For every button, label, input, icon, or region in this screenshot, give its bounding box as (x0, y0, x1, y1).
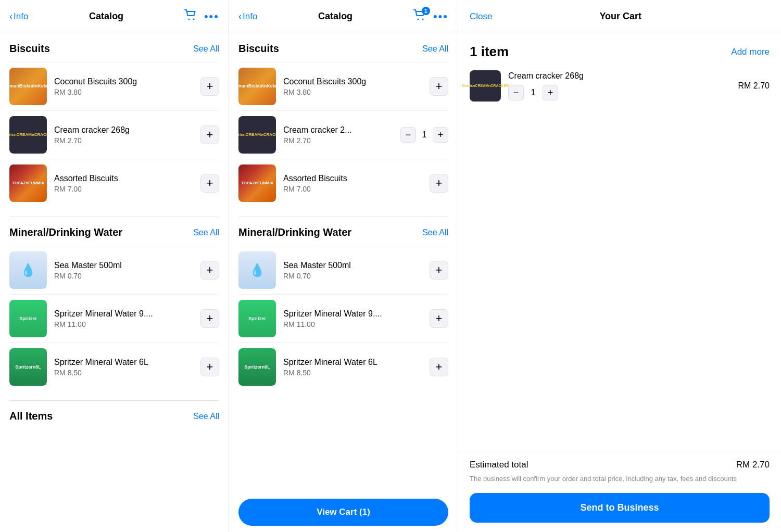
product-info: Sea Master 500ml RM 0.70 (283, 261, 422, 280)
product-price: RM 0.70 (54, 272, 193, 280)
add-button[interactable]: + (430, 358, 448, 376)
cart-increment-button[interactable]: + (543, 85, 558, 100)
cart-item-count: 1 item (470, 44, 509, 60)
product-price: RM 2.70 (54, 136, 193, 145)
left-biscuits-header: Biscuits See All (9, 43, 219, 55)
cart-nav: Close Your Cart (458, 0, 781, 33)
product-name: Spritzer Mineral Water 9.... (54, 309, 193, 319)
cart-item-stepper: − 1 + (508, 85, 731, 100)
view-cart-bar: View Cart (1) (229, 492, 458, 532)
add-button[interactable]: + (200, 174, 219, 193)
left-all-items-section: All Items See All (0, 401, 229, 422)
left-biscuits-see-all[interactable]: See All (193, 44, 219, 54)
close-button[interactable]: Close (470, 11, 492, 22)
product-name: Spritzer Mineral Water 6L (283, 358, 422, 367)
estimated-total-price: RM 2.70 (736, 460, 770, 470)
product-name: Sea Master 500ml (283, 261, 422, 270)
add-button[interactable]: + (200, 125, 219, 144)
cart-header-row: 1 item Add more (470, 44, 770, 60)
product-name: Assorted Biscuits (54, 174, 193, 183)
mid-water-title: Mineral/Drinking Water (238, 226, 351, 238)
add-more-button[interactable]: Add more (731, 47, 770, 57)
product-info: Assorted Biscuits RM 7.00 (54, 174, 193, 193)
product-image-spritzer9-left (9, 300, 47, 337)
estimated-note: The business will confirm your order and… (470, 474, 770, 484)
add-button[interactable]: + (200, 309, 219, 328)
left-all-items-see-all[interactable]: See All (193, 412, 219, 421)
mid-water-see-all[interactable]: See All (422, 228, 448, 237)
list-item: Spritzer Mineral Water 6L RM 8.50 + (9, 343, 219, 391)
product-name: Spritzer Mineral Water 6L (54, 358, 193, 367)
add-button[interactable]: + (430, 261, 448, 280)
view-cart-button[interactable]: View Cart (1) (238, 499, 448, 526)
decrement-button[interactable]: − (400, 127, 416, 143)
product-info: Sea Master 500ml RM 0.70 (54, 261, 193, 280)
estimated-total-label: Estimated total (470, 460, 528, 470)
left-nav-bar: ‹ Info Catalog ••• (0, 0, 229, 33)
product-name: Assorted Biscuits (283, 174, 422, 183)
mid-nav-actions: 1 ••• (413, 9, 448, 24)
list-item: Spritzer Mineral Water 9.... RM 11.00 + (9, 294, 219, 343)
add-button[interactable]: + (430, 174, 448, 193)
mid-info-button[interactable]: ‹ Info (238, 11, 257, 22)
send-to-business-button[interactable]: Send to Business (470, 493, 770, 523)
increment-button[interactable]: + (433, 127, 448, 143)
list-item: Cream cracker 2... RM 2.70 − 1 + (238, 110, 448, 159)
cart-decrement-button[interactable]: − (508, 85, 524, 100)
mid-biscuits-see-all[interactable]: See All (422, 44, 448, 54)
cart-quantity-value: 1 (529, 88, 537, 97)
list-item: Coconut Biscuits 300g RM 3.80 + (9, 62, 219, 110)
product-image-spritzer9-mid (238, 300, 276, 337)
add-button[interactable]: + (200, 358, 219, 376)
add-button[interactable]: + (200, 261, 219, 280)
product-price: RM 11.00 (283, 320, 422, 328)
mid-biscuits-section: Biscuits See All Coconut Biscuits 300g R… (229, 33, 458, 207)
add-button[interactable]: + (430, 77, 448, 96)
product-price: RM 3.80 (54, 88, 193, 96)
product-info: Spritzer Mineral Water 9.... RM 11.00 (283, 309, 422, 328)
left-chevron-icon: ‹ (9, 11, 12, 22)
mid-chevron-icon: ‹ (238, 11, 242, 22)
list-item: Sea Master 500ml RM 0.70 + (238, 246, 448, 294)
product-info: Spritzer Mineral Water 6L RM 8.50 (283, 358, 422, 377)
product-image-water-mid (238, 251, 276, 289)
product-image-assorted-left (9, 164, 47, 202)
product-info: Cream cracker 268g RM 2.70 (54, 125, 193, 145)
cart-content: 1 item Add more Cream cracker 268g − 1 +… (458, 33, 781, 450)
mid-nav-bar: ‹ Info Catalog 1 ••• (229, 0, 458, 33)
product-image-coconut-left (9, 68, 47, 105)
product-info: Coconut Biscuits 300g RM 3.80 (54, 77, 193, 96)
svg-point-3 (422, 18, 423, 20)
add-button[interactable]: + (200, 77, 219, 96)
product-info: Assorted Biscuits RM 7.00 (283, 174, 422, 193)
list-item: Spritzer Mineral Water 9.... RM 11.00 + (238, 294, 448, 343)
mid-panel: ‹ Info Catalog 1 ••• Biscuits See All (229, 0, 458, 532)
product-price: RM 7.00 (283, 185, 422, 193)
add-button[interactable]: + (430, 309, 448, 328)
mid-cart-icon[interactable]: 1 (413, 9, 426, 24)
cart-item-name: Cream cracker 268g (508, 71, 731, 81)
left-info-label: Info (14, 11, 28, 22)
mid-biscuits-header: Biscuits See All (238, 43, 448, 55)
product-name: Sea Master 500ml (54, 261, 193, 270)
left-more-icon[interactable]: ••• (204, 10, 219, 23)
mid-water-header: Mineral/Drinking Water See All (238, 226, 448, 238)
left-biscuits-title: Biscuits (9, 43, 50, 55)
left-biscuits-section: Biscuits See All Coconut Biscuits 300g R… (0, 33, 229, 207)
list-item: Spritzer Mineral Water 6L RM 8.50 + (238, 343, 448, 391)
mid-more-icon[interactable]: ••• (433, 10, 448, 23)
left-content: Biscuits See All Coconut Biscuits 300g R… (0, 33, 229, 532)
svg-point-2 (417, 18, 419, 20)
product-info: Coconut Biscuits 300g RM 3.80 (283, 77, 422, 96)
product-info: Spritzer Mineral Water 6L RM 8.50 (54, 358, 193, 377)
list-item: Sea Master 500ml RM 0.70 + (9, 246, 219, 294)
mid-catalog-title: Catalog (318, 11, 352, 22)
left-info-button[interactable]: ‹ Info (9, 11, 28, 22)
mid-biscuits-title: Biscuits (238, 43, 279, 55)
product-info: Cream cracker 2... RM 2.70 (283, 125, 393, 145)
left-cart-icon[interactable] (184, 9, 197, 24)
product-image-spritzer6-left (9, 348, 47, 386)
left-water-see-all[interactable]: See All (193, 228, 219, 237)
estimated-total-section: Estimated total RM 2.70 The business wil… (458, 450, 781, 532)
estimated-row: Estimated total RM 2.70 (470, 460, 770, 470)
